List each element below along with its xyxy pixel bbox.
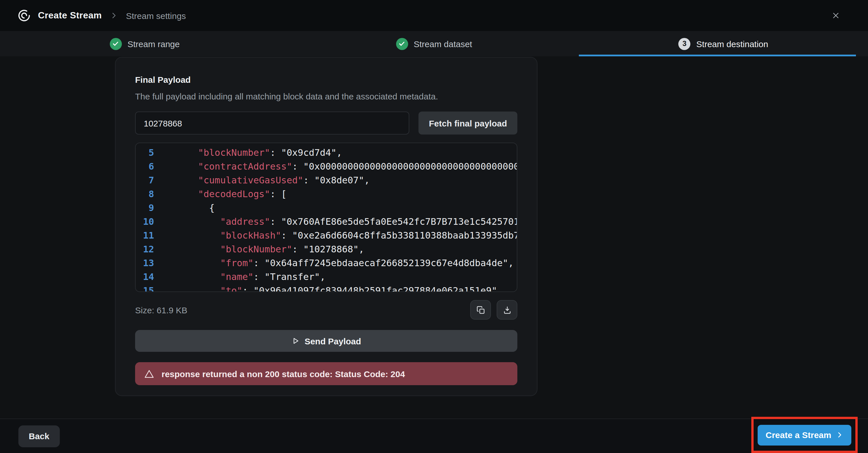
create-stream-button[interactable]: Create a Stream bbox=[757, 425, 851, 445]
code-line: 15 "to": "0x96a41097fc839448b2591fac2978… bbox=[136, 284, 517, 292]
page-title: Create Stream bbox=[38, 10, 102, 21]
step-stream-range[interactable]: Stream range bbox=[0, 31, 289, 56]
code-line: 9 { bbox=[136, 201, 517, 215]
close-icon bbox=[831, 11, 840, 20]
chevron-right-icon bbox=[836, 431, 843, 439]
close-button[interactable] bbox=[828, 7, 844, 24]
back-button[interactable]: Back bbox=[19, 425, 60, 447]
create-stream-window: Create Stream Stream settings Stream ran… bbox=[0, 0, 868, 453]
send-payload-label: Send Payload bbox=[305, 336, 361, 346]
step-label: Stream range bbox=[127, 39, 180, 49]
payload-code-viewer[interactable]: 5 "blockNumber": "0x9cd7d4",6 "contractA… bbox=[135, 143, 517, 292]
copy-icon bbox=[476, 306, 485, 314]
header: Create Stream Stream settings bbox=[0, 0, 868, 31]
play-icon bbox=[291, 337, 300, 345]
block-number-input[interactable] bbox=[135, 112, 409, 134]
code-line: 12 "blockNumber": "10278868", bbox=[136, 243, 517, 256]
stepper: Stream range Stream dataset 3 Stream des… bbox=[0, 31, 868, 56]
error-message: response returned a non 200 status code:… bbox=[161, 369, 405, 379]
app-logo-icon bbox=[17, 9, 31, 23]
warning-icon bbox=[144, 369, 154, 379]
card-title: Final Payload bbox=[135, 75, 517, 85]
code-line: 10 "address": "0x760AfE86e5de5fa0Ee542fc… bbox=[136, 215, 517, 229]
size-row: Size: 61.9 KB bbox=[135, 300, 517, 320]
main-content: Final Payload The full payload including… bbox=[0, 56, 868, 419]
check-icon bbox=[396, 38, 408, 50]
code-line: 8 "decodedLogs": [ bbox=[136, 187, 517, 201]
send-payload-button[interactable]: Send Payload bbox=[135, 330, 517, 352]
copy-payload-button[interactable] bbox=[470, 300, 491, 320]
step-number-badge: 3 bbox=[679, 38, 691, 50]
code-line: 14 "name": "Transfer", bbox=[136, 270, 517, 284]
code-line: 13 "from": "0x64aff7245ebdaaecaf26685213… bbox=[136, 256, 517, 270]
code-lines: 5 "blockNumber": "0x9cd7d4",6 "contractA… bbox=[136, 146, 517, 292]
error-banner: response returned a non 200 status code:… bbox=[135, 362, 517, 385]
final-payload-card: Final Payload The full payload including… bbox=[115, 57, 537, 396]
check-icon bbox=[110, 38, 122, 50]
code-line: 6 "contractAddress": "0x0000000000000000… bbox=[136, 160, 517, 174]
step-label: Stream destination bbox=[696, 39, 768, 49]
download-payload-button[interactable] bbox=[497, 300, 517, 320]
code-line: 5 "blockNumber": "0x9cd7d4", bbox=[136, 146, 517, 160]
breadcrumb-subtitle: Stream settings bbox=[126, 11, 186, 21]
card-description: The full payload including all matching … bbox=[135, 91, 517, 101]
code-line: 11 "blockHash": "0xe2a6d6604c8ffa5b33811… bbox=[136, 229, 517, 243]
fetch-row: Fetch final payload bbox=[135, 112, 517, 134]
fetch-final-payload-button[interactable]: Fetch final payload bbox=[418, 112, 517, 134]
step-label: Stream dataset bbox=[413, 39, 472, 49]
footer: Back bbox=[0, 419, 868, 453]
payload-size-label: Size: 61.9 KB bbox=[135, 305, 187, 315]
breadcrumb-chevron-icon bbox=[110, 11, 118, 20]
download-icon bbox=[503, 306, 511, 314]
code-line: 7 "cumulativeGasUsed": "0x8de07", bbox=[136, 174, 517, 187]
step-stream-dataset[interactable]: Stream dataset bbox=[289, 31, 579, 56]
step-stream-destination[interactable]: 3 Stream destination bbox=[579, 31, 868, 56]
create-stream-label: Create a Stream bbox=[766, 430, 831, 440]
